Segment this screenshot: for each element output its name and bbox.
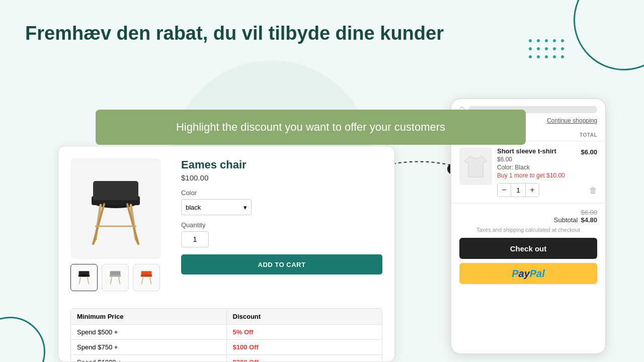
svg-rect-2 xyxy=(93,181,138,200)
cart-qty-controls: − 1 + xyxy=(497,183,539,197)
main-product-image xyxy=(70,158,161,259)
col1-header: Minimum Price xyxy=(71,309,227,324)
discount-banner: Highlight the discount you want to offer… xyxy=(96,110,526,145)
dots-decoration xyxy=(529,39,566,60)
discount-1: 5% Off xyxy=(227,325,382,339)
trash-icon[interactable]: 🗑 xyxy=(589,186,597,195)
subtotal-amount: $4.80 xyxy=(581,216,597,224)
svg-line-21 xyxy=(150,277,151,284)
quantity-value: 1 xyxy=(193,235,197,243)
product-mockup: Eames chair $100.00 Color black ▾ Quanti… xyxy=(58,146,395,362)
cart-item-color: Color: Black xyxy=(497,164,576,171)
cart-item-name: Short sleeve t-shirt xyxy=(497,147,576,155)
discount-row-2: Spend $750 + $100 Off xyxy=(71,339,382,354)
color-value: black xyxy=(186,204,201,211)
product-thumbnails xyxy=(70,264,171,291)
discount-3: $200 Off xyxy=(227,355,382,362)
product-image-section xyxy=(70,158,171,291)
chevron-down-icon: ▾ xyxy=(244,204,247,211)
product-name: Eames chair xyxy=(181,158,382,171)
svg-line-5 xyxy=(93,204,104,244)
cart-item-price: $6.00 xyxy=(497,156,576,163)
color-label: Color xyxy=(181,189,382,197)
svg-line-20 xyxy=(142,277,143,284)
discount-row-3: Spend $1000 + $200 Off xyxy=(71,354,382,362)
svg-line-13 xyxy=(88,277,89,284)
paypal-pp-icon: P xyxy=(512,268,518,280)
svg-rect-11 xyxy=(78,275,90,277)
quantity-input[interactable]: 1 xyxy=(181,231,209,247)
checkout-button[interactable]: Check out xyxy=(459,238,597,259)
discount-table: Minimum Price Discount Spend $500 + 5% O… xyxy=(70,308,382,362)
svg-rect-15 xyxy=(110,275,121,277)
cart-item-discount: Buy 1 more to get $10.00 xyxy=(497,172,576,179)
qty-increase-button[interactable]: + xyxy=(526,184,539,197)
cart-qty-value: 1 xyxy=(511,184,526,197)
cart-subtotal: $6.00 Subtotal $4.80 xyxy=(451,203,605,227)
decorative-circle-top-right xyxy=(574,0,644,70)
qty-decrease-button[interactable]: − xyxy=(498,184,511,197)
product-price: $100.00 xyxy=(181,173,382,182)
color-select[interactable]: black ▾ xyxy=(181,199,252,215)
add-to-cart-button[interactable]: ADD TO CART xyxy=(181,254,382,275)
cart-item-details: Short sleeve t-shirt $6.00 Color: Black … xyxy=(497,147,576,197)
cart-item-image xyxy=(459,147,492,185)
paypal-button[interactable]: PayPal xyxy=(459,263,597,284)
svg-line-6 xyxy=(127,204,138,244)
banner-text: Highlight the discount you want to offer… xyxy=(176,121,445,134)
discount-table-header: Minimum Price Discount xyxy=(71,309,382,324)
tax-note: Taxes and shipping calculated at checkou… xyxy=(451,227,605,233)
subtotal-row: Subtotal $4.80 xyxy=(459,216,597,224)
discount-2: $100 Off xyxy=(227,340,382,354)
thumbnail-2[interactable] xyxy=(102,264,129,291)
discount-row-1: Spend $500 + 5% Off xyxy=(71,324,382,339)
thumbnail-3[interactable] xyxy=(133,264,160,291)
col-total-header: TOTAL xyxy=(580,132,597,138)
subtotal-label: Subtotal xyxy=(554,216,578,224)
svg-line-12 xyxy=(79,277,80,284)
paypal-ay-icon: ay xyxy=(519,268,530,280)
svg-line-16 xyxy=(111,277,112,284)
min-price-2: Spend $750 + xyxy=(71,340,227,354)
svg-line-17 xyxy=(119,277,120,284)
min-price-1: Spend $500 + xyxy=(71,325,227,339)
cart-item-right: $6.00 🗑 xyxy=(581,147,597,195)
cart-item: Short sleeve t-shirt $6.00 Color: Black … xyxy=(451,141,605,203)
product-details: Eames chair $100.00 Color black ▾ Quanti… xyxy=(181,158,382,291)
min-price-3: Spend $1000 + xyxy=(71,355,227,362)
old-price: $6.00 xyxy=(459,209,597,216)
tshirt-icon xyxy=(464,153,487,179)
svg-rect-19 xyxy=(141,275,152,277)
cart-item-total: $6.00 xyxy=(581,147,597,156)
chair-svg xyxy=(83,166,148,251)
col2-header: Discount xyxy=(227,309,382,324)
decorative-circle-bottom-left xyxy=(0,317,45,362)
paypal-pal-icon: Pal xyxy=(530,268,545,280)
quantity-label: Quantity xyxy=(181,221,382,229)
thumbnail-1[interactable] xyxy=(70,264,98,291)
page-title: Fremhæv den rabat, du vil tilbyde dine k… xyxy=(25,23,444,44)
